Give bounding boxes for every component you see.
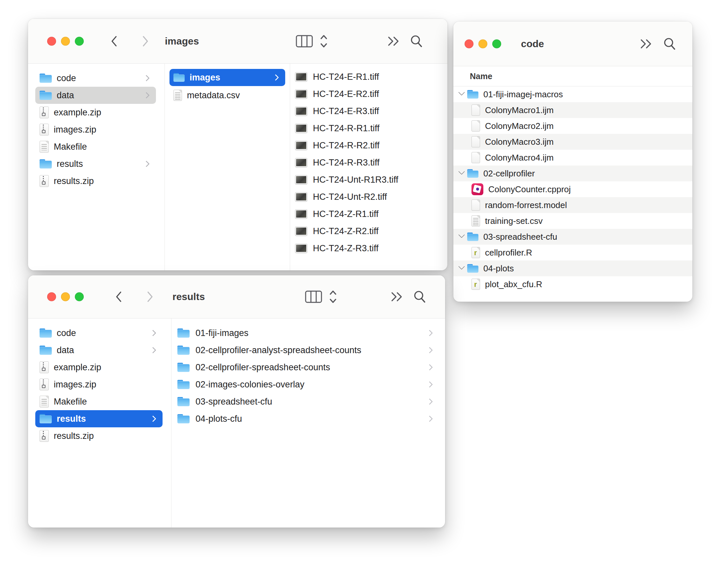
list-item-03-spreadsheet-cfu[interactable]: 03-spreadsheet-cfu (177, 393, 445, 410)
zip-icon (40, 361, 49, 373)
list-item-hc-t24-e-r3-tiff[interactable]: HC-T24-E-R3.tiff (295, 103, 447, 120)
chevron-icon (426, 381, 433, 388)
item-label: ColonyMacro3.ijm (485, 137, 553, 147)
list-item-cellprofiler-r[interactable]: cellprofiler.R (453, 245, 693, 261)
item-label: 01-fiji-imagej-macros (483, 89, 563, 100)
item-label: HC-T24-Z-R2.tiff (313, 226, 379, 236)
list-item-01-fiji-imagej-macros[interactable]: 01-fiji-imagej-macros (453, 86, 693, 102)
list-header-name[interactable]: Name (453, 66, 693, 86)
chevron-icon (426, 416, 433, 422)
sidebar-item-data[interactable]: data (35, 342, 162, 359)
more-icon[interactable] (639, 38, 653, 50)
list-item-02-cellprofiler-spreadsheet-counts[interactable]: 02-cellprofiler-spreadsheet-counts (177, 359, 445, 376)
list-item-hc-t24-z-r2-tiff[interactable]: HC-T24-Z-R2.tiff (295, 222, 447, 240)
list-item-colonymacro2-ijm[interactable]: ColonyMacro2.ijm (453, 118, 693, 134)
close-button[interactable] (465, 39, 473, 48)
list-item-hc-t24-r-r3-tiff[interactable]: HC-T24-R-R3.tiff (295, 154, 447, 171)
tiff-icon (295, 158, 307, 167)
minimize-button[interactable] (61, 292, 70, 301)
list-item-hc-t24-unt-r2-tiff[interactable]: HC-T24-Unt-R2.tiff (295, 188, 447, 205)
sidebar-item-images-zip[interactable]: images.zip (35, 376, 162, 393)
disclosure-icon[interactable] (458, 232, 465, 238)
zip-icon (40, 430, 49, 442)
disclosure-icon[interactable] (458, 89, 465, 96)
list-item-hc-t24-r-r1-tiff[interactable]: HC-T24-R-R1.tiff (295, 120, 447, 137)
list-item-training-set-csv[interactable]: training-set.csv (453, 213, 693, 229)
folder-icon (177, 397, 189, 406)
sort-chevrons-icon[interactable] (319, 33, 329, 50)
list-item-colonymacro3-ijm[interactable]: ColonyMacro3.ijm (453, 134, 693, 150)
list-item-images[interactable]: images (170, 69, 285, 86)
list-item-03-spreadsheet-cfu[interactable]: 03-spreadsheet-cfu (453, 229, 693, 245)
column-view: codedataexample.zipimages.zipMakefileres… (28, 63, 447, 270)
traffic-lights (465, 39, 501, 48)
folder-icon (40, 91, 52, 100)
column-view-icon[interactable] (296, 35, 313, 48)
list-item-random-forrest-model[interactable]: random-forrest.model (453, 197, 693, 213)
list-item-metadata-csv[interactable]: metadata.csv (170, 87, 285, 104)
list-item-hc-t24-e-r2-tiff[interactable]: HC-T24-E-R2.tiff (295, 85, 447, 103)
minimize-button[interactable] (478, 39, 487, 48)
tiff-icon (295, 176, 307, 184)
minimize-button[interactable] (61, 36, 70, 46)
list-item-02-cellprofiler[interactable]: 02-cellprofiler (453, 165, 693, 181)
sidebar-item-results[interactable]: results (35, 155, 156, 173)
sort-chevrons-icon[interactable] (328, 288, 338, 305)
zoom-button[interactable] (492, 39, 501, 48)
list-item-hc-t24-z-r3-tiff[interactable]: HC-T24-Z-R3.tiff (295, 240, 447, 257)
r-icon (471, 279, 480, 290)
item-label: HC-T24-R-R1.tiff (313, 123, 380, 134)
item-label: HC-T24-Z-R1.tiff (313, 209, 379, 219)
search-icon[interactable] (413, 290, 427, 304)
list-item-02-cellprofiler-analyst-spreadsheet-counts[interactable]: 02-cellprofiler-analyst-spreadsheet-coun… (177, 342, 445, 359)
more-icon[interactable] (386, 35, 400, 47)
list-item-hc-t24-r-r2-tiff[interactable]: HC-T24-R-R2.tiff (295, 137, 447, 154)
close-button[interactable] (47, 36, 56, 46)
forward-icon[interactable] (141, 34, 150, 49)
disclosure-icon[interactable] (458, 263, 465, 270)
item-label: cellprofiler.R (485, 247, 532, 258)
zoom-button[interactable] (75, 36, 84, 46)
disclosure-icon[interactable] (458, 168, 465, 175)
item-label: images (189, 73, 220, 83)
sidebar-item-makefile[interactable]: Makefile (35, 393, 162, 410)
doc-icon (471, 200, 480, 211)
doc-icon (471, 105, 480, 116)
sidebar-item-results[interactable]: results (35, 410, 162, 427)
list-item-hc-t24-unt-r1r3-tiff[interactable]: HC-T24-Unt-R1R3.tiff (295, 171, 447, 188)
sidebar-item-code[interactable]: code (35, 70, 156, 87)
list-item-04-plots[interactable]: 04-plots (453, 261, 693, 276)
sidebar-item-example-zip[interactable]: example.zip (35, 104, 156, 121)
sidebar-item-results-zip[interactable]: results.zip (35, 427, 162, 445)
chevron-icon (143, 92, 150, 99)
tiff-icon (295, 124, 307, 133)
column-view-icon[interactable] (305, 290, 322, 304)
list-item-01-fiji-images[interactable]: 01-fiji-images (177, 324, 445, 342)
zoom-button[interactable] (75, 292, 84, 301)
list-item-colonymacro4-ijm[interactable]: ColonyMacro4.ijm (453, 150, 693, 165)
sidebar-item-makefile[interactable]: Makefile (35, 138, 156, 155)
list-item-colonycounter-cpproj[interactable]: ColonyCounter.cpproj (453, 181, 693, 197)
list-item-04-plots-cfu[interactable]: 04-plots-cfu (177, 410, 445, 427)
sidebar-item-results-zip[interactable]: results.zip (35, 173, 156, 190)
item-label: results (57, 414, 86, 424)
sidebar-item-data[interactable]: data (35, 87, 156, 104)
doclines-icon (40, 141, 49, 153)
sidebar-item-code[interactable]: code (35, 324, 162, 342)
list-item-colonymacro1-ijm[interactable]: ColonyMacro1.ijm (453, 102, 693, 118)
back-icon[interactable] (114, 290, 123, 304)
list-item-hc-t24-z-r1-tiff[interactable]: HC-T24-Z-R1.tiff (295, 205, 447, 222)
forward-icon[interactable] (146, 290, 154, 304)
more-icon[interactable] (389, 291, 404, 303)
search-icon[interactable] (409, 34, 424, 49)
sidebar-item-images-zip[interactable]: images.zip (35, 121, 156, 138)
list-item-hc-t24-e-r1-tiff[interactable]: HC-T24-E-R1.tiff (295, 68, 447, 85)
close-button[interactable] (47, 292, 56, 301)
finder-window-results: results codedataexample.zipimages.zipMak… (28, 275, 445, 528)
list-item-02-images-colonies-overlay[interactable]: 02-images-colonies-overlay (177, 376, 445, 393)
search-icon[interactable] (662, 36, 677, 51)
list-item-plot-abx-cfu-r[interactable]: plot_abx_cfu.R (453, 276, 693, 292)
sidebar-item-example-zip[interactable]: example.zip (35, 359, 162, 376)
back-icon[interactable] (110, 34, 119, 49)
window-title: code (521, 38, 544, 49)
